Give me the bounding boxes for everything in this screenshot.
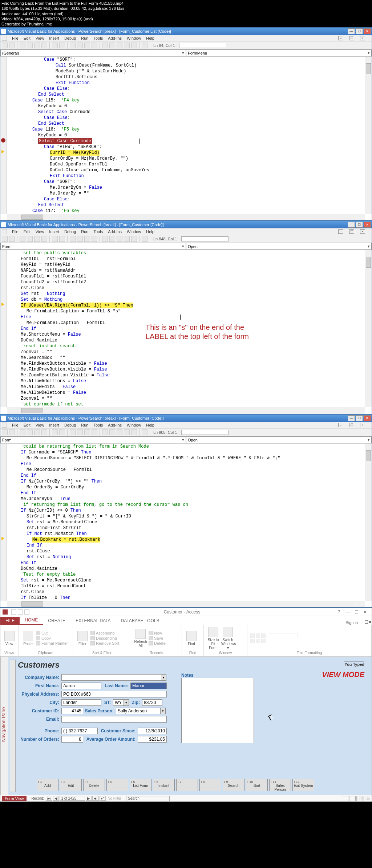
doc-close[interactable]: × [360,423,365,427]
fkey-f4[interactable]: F4 [106,779,128,791]
maximize-button[interactable]: ☐ [352,609,361,615]
menu-help[interactable]: Help [146,229,154,234]
toolbar-button[interactable] [102,43,108,48]
toolbar-button[interactable] [70,429,76,435]
doc-close[interactable]: ✕ [368,620,372,625]
doc-close[interactable]: × [360,36,365,40]
form-view-button[interactable] [342,796,348,801]
menu-addins[interactable]: Add-Ins [108,229,122,234]
toolbar-button[interactable] [77,236,83,242]
help-button[interactable]: ? [335,609,343,615]
filter-button[interactable]: Filter [76,631,89,646]
toolbar-button[interactable] [2,43,8,48]
physical-address-field[interactable]: PO BOX #663 [61,691,167,697]
system-menu-icon[interactable] [2,423,7,428]
doc-restore[interactable]: ❐ [349,423,354,427]
toolbar-button[interactable] [52,236,58,242]
fkey-f8[interactable]: F8 [199,779,221,791]
title-bar[interactable]: Microsoft Visual Basic for Applications … [0,221,372,228]
maximize-button[interactable]: ☐ [356,415,363,421]
toolbar-button[interactable] [92,43,97,48]
menu-insert[interactable]: Insert [49,423,59,427]
horizontal-scrollbar[interactable] [7,214,365,220]
navigation-pane-toggle[interactable]: Navigation Pane [0,657,8,795]
close-button[interactable]: ✕ [364,222,371,228]
breakpoint-icon[interactable] [1,138,5,143]
toolbar-button[interactable] [84,43,90,48]
object-combo[interactable]: Form [0,243,186,250]
doc-min[interactable]: — [361,620,365,625]
state-field[interactable]: WY [113,699,124,706]
zip-field[interactable]: 83720 [142,699,162,706]
toolbar-button[interactable] [59,236,65,242]
menu-tools[interactable]: Tools [93,229,103,234]
toolbar-button[interactable] [117,43,122,48]
prev-record-button[interactable]: ◀ [53,796,59,801]
title-bar[interactable]: Customer - Access ? — ☐ ✕ [0,608,372,616]
title-bar[interactable]: Microsoft Visual Basic for Applications … [0,28,372,35]
toolbar-button[interactable] [34,43,40,48]
menu-help[interactable]: Help [146,423,154,427]
menu-insert[interactable]: Insert [49,229,59,234]
toolbar-button[interactable] [124,43,130,48]
doc-min[interactable]: – [338,229,343,234]
fkey-f2[interactable]: F2Edit [60,779,82,791]
menu-window[interactable]: Window [127,229,141,234]
toolbar-button[interactable] [142,429,147,435]
code-pane[interactable]: 'could be returning from list form in Se… [0,444,372,607]
remove-sort-button[interactable]: Remove Sort [90,641,119,645]
close-button[interactable]: ✕ [364,28,371,34]
city-field[interactable]: Lander [61,699,101,706]
filter-indicator[interactable]: No Filter [106,796,122,800]
menu-debug[interactable]: Debug [64,229,76,234]
menu-run[interactable]: Run [81,423,88,427]
toolbar-button[interactable] [84,429,90,435]
menu-file[interactable]: File [12,423,19,427]
toolbar-combo[interactable] [181,430,229,435]
menu-addins[interactable]: Add-Ins [108,36,122,40]
toolbar-button[interactable] [102,429,108,435]
margin-indicator[interactable] [0,444,7,601]
menu-window[interactable]: Window [127,423,141,427]
last-name-field[interactable]: Manor [130,683,167,689]
menu-tools[interactable]: Tools [93,423,103,427]
first-record-button[interactable]: ⏮ [46,796,52,801]
toolbar-button[interactable] [84,236,90,242]
customer-since-field[interactable]: 12/8/2010 [138,728,167,734]
menu-addins[interactable]: Add-Ins [108,423,122,427]
horizontal-scrollbar[interactable] [7,407,365,414]
toolbar-button[interactable] [9,236,15,242]
toolbar-button[interactable] [77,429,83,435]
menu-debug[interactable]: Debug [64,423,76,427]
toolbar-button[interactable] [131,429,137,435]
dropdown-icon[interactable]: ▾ [161,674,166,681]
save-button[interactable]: Save [149,636,166,640]
menu-edit[interactable]: Edit [24,423,31,427]
procedure-combo[interactable]: Open [186,243,372,250]
email-field[interactable] [61,716,167,723]
procedure-combo[interactable]: FormMenu [186,49,372,56]
refresh-button[interactable]: Refresh All [134,629,147,648]
toolbar-button[interactable] [109,429,115,435]
menu-view[interactable]: View [36,423,44,427]
toolbar-button[interactable] [41,429,47,435]
close-button[interactable]: ✕ [361,609,369,615]
find-button[interactable]: Find [185,631,198,646]
minimize-button[interactable]: — [348,28,355,34]
menu-help[interactable]: Help [146,36,154,40]
menu-edit[interactable]: Edit [24,229,31,234]
toolbar-button[interactable] [92,236,97,242]
toolbar-button[interactable] [131,43,137,48]
new-button[interactable]: New [149,631,166,635]
system-menu-icon[interactable] [2,36,7,41]
menu-window[interactable]: Window [127,36,141,40]
qat-redo-icon[interactable] [24,609,29,615]
new-record-button[interactable]: ▸* [100,796,106,801]
menu-view[interactable]: View [36,36,44,40]
code-pane[interactable]: 'set the public variablesFormTbl = rst!F… [0,250,372,414]
company-field[interactable] [61,674,161,681]
number-orders-field[interactable]: 8 [61,736,83,743]
toolbar-button[interactable] [131,236,137,242]
fkey-f1[interactable]: F1Add [37,779,58,791]
toolbar-button[interactable] [117,236,122,242]
